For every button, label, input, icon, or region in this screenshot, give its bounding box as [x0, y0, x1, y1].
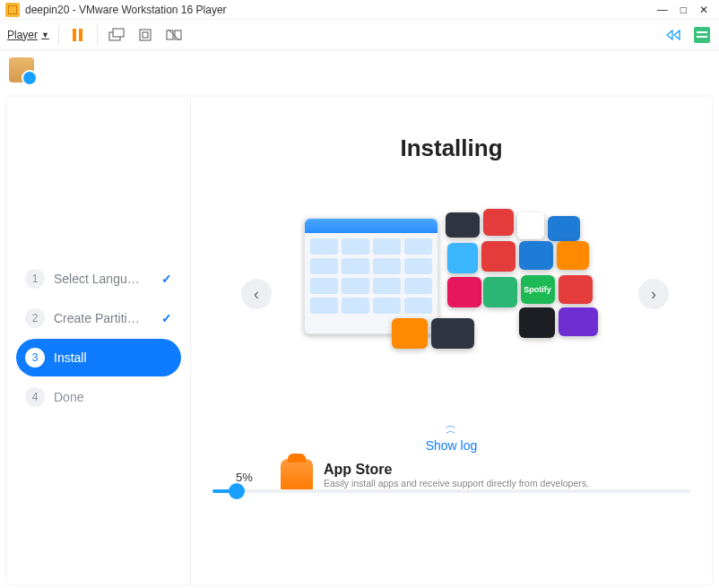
step-number: 4: [25, 387, 45, 407]
app-tile: [446, 212, 480, 238]
check-icon: ✓: [161, 272, 172, 286]
page-title: Installing: [400, 134, 502, 162]
app-tile: [559, 307, 598, 336]
note-icon: [694, 27, 710, 43]
step-label: Create Partiti…: [54, 311, 161, 325]
feature-caption: App Store Easily install apps and receiv…: [281, 459, 589, 491]
step-label: Done: [54, 390, 172, 404]
svg-rect-3: [143, 32, 148, 38]
check-icon: ✓: [161, 311, 172, 325]
chevron-down-icon: ▼: [41, 30, 49, 39]
feature-carousel: ‹ MSpotify ›: [191, 218, 712, 370]
unity-icon: [166, 28, 182, 42]
app-tile: [447, 243, 478, 273]
svg-rect-1: [113, 29, 124, 37]
step-select-language: 1 Select Langu… ✓: [16, 260, 181, 298]
step-install: 3 Install: [16, 339, 181, 376]
player-menu[interactable]: Player ▼: [7, 29, 49, 41]
window-titlebar: deepin20 - VMware Workstation 16 Player …: [0, 0, 719, 20]
steps-sidebar: 1 Select Langu… ✓ 2 Create Partiti… ✓ 3 …: [7, 97, 191, 584]
svg-line-6: [169, 30, 179, 40]
app-tile: [481, 241, 515, 272]
notes-button[interactable]: [692, 25, 712, 45]
svg-rect-5: [175, 30, 181, 39]
progress-knob: [229, 483, 245, 499]
player-menu-label: Player: [7, 29, 38, 41]
app-tile: [483, 277, 517, 307]
toolbar-divider: [58, 25, 59, 45]
app-tile: Spotify: [521, 275, 555, 304]
carousel-next-button[interactable]: ›: [638, 279, 669, 309]
step-number: 1: [25, 269, 45, 289]
step-number: 3: [25, 348, 45, 368]
close-button[interactable]: ✕: [699, 4, 708, 16]
send-ctrl-alt-del-button[interactable]: [107, 25, 126, 45]
chevron-up-icon: ︿︿: [446, 422, 458, 433]
pause-icon: [73, 29, 82, 41]
installer-main: Installing ‹ MSpotify › App Store Easily…: [191, 97, 712, 584]
carousel-prev-button[interactable]: ‹: [241, 279, 272, 309]
app-tile: [559, 275, 593, 304]
app-store-screenshot: [304, 218, 438, 334]
app-store-icon: [281, 459, 313, 491]
installer-app-icon[interactable]: [9, 57, 34, 82]
app-tile: [447, 277, 481, 307]
show-log-button[interactable]: Show log: [426, 438, 478, 453]
rewind-icon: [665, 30, 681, 40]
fullscreen-button[interactable]: [135, 25, 155, 45]
app-tile: [431, 318, 474, 349]
fullscreen-icon: [138, 28, 152, 42]
svg-rect-4: [167, 30, 173, 39]
feature-title: App Store: [324, 462, 589, 478]
app-tiles: MSpotify: [304, 218, 600, 370]
svg-rect-2: [140, 30, 151, 40]
app-tile: [519, 241, 553, 270]
cycle-button[interactable]: [663, 25, 683, 45]
unity-button[interactable]: [164, 25, 184, 45]
feature-subtitle: Easily install apps and receive support …: [324, 478, 589, 489]
pause-button[interactable]: [68, 25, 88, 45]
window-title: deepin20 - VMware Workstation 16 Player: [25, 4, 657, 16]
installer-window: 1 Select Langu… ✓ 2 Create Partiti… ✓ 3 …: [7, 97, 712, 584]
app-tile: [519, 307, 555, 338]
app-tile: [483, 209, 514, 236]
app-tile: [548, 216, 580, 241]
minimize-button[interactable]: —: [657, 4, 668, 16]
maximize-button[interactable]: □: [680, 4, 687, 16]
app-tile: [557, 241, 589, 270]
step-label: Install: [54, 350, 172, 365]
guest-screen: 1 Select Langu… ✓ 2 Create Partiti… ✓ 3 …: [0, 50, 719, 588]
step-number: 2: [25, 308, 45, 328]
app-tile: [392, 318, 428, 349]
app-icon: [5, 3, 20, 17]
step-done: 4 Done: [16, 378, 181, 416]
app-tile: M: [517, 212, 544, 239]
keyboard-icon: [108, 28, 125, 42]
toolbar: Player ▼: [0, 20, 719, 50]
step-create-partition: 2 Create Partiti… ✓: [16, 299, 181, 337]
toolbar-divider: [97, 25, 98, 45]
step-label: Select Langu…: [54, 272, 161, 286]
